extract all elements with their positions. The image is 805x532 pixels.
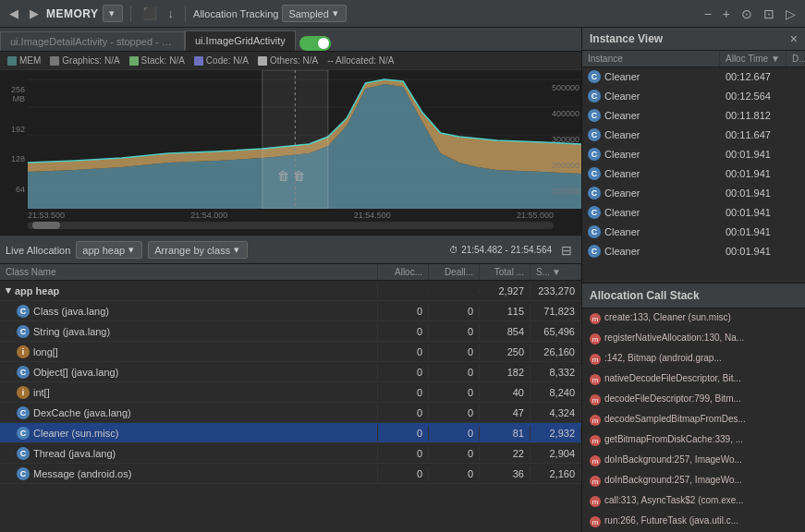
play-button[interactable]: ▷ [782,5,799,23]
instance-td-time: 00:12.647 [720,69,787,84]
call-text: doInBackground:257, ImageWo... [604,454,742,465]
heap-dropdown[interactable]: app heap ▾ [76,241,142,259]
instance-td-time: 00:01.941 [720,244,787,259]
stop-button[interactable]: ⬛ [139,5,161,22]
instance-row[interactable]: C Cleaner 00:11.812 [582,106,805,126]
main-toolbar: ◀ ▶ MEMORY ▾ ⬛ ↓ Allocation Tracking Sam… [0,0,805,28]
legend-others: Others: N/A [258,55,318,66]
callstack-item[interactable]: m getBitmapFromDiskCache:339, ... [582,430,805,451]
table-row[interactable]: i int[] 0 0 40 8,240 [0,382,581,403]
callstack-list: m create:133, Cleaner (sun.misc) m regis… [582,308,805,532]
live-allocation-label: Live Allocation [6,245,70,256]
activity-toggle[interactable] [299,36,331,51]
callstack-item[interactable]: m nativeDecodeFileDescriptor, Bit... [582,369,805,390]
trash-icon-1[interactable]: 🗑 [277,169,289,183]
time-axis: 21:53.500 21:54.000 21:54.500 21:55.000 [0,209,581,220]
table-row[interactable]: C Message (android.os) 0 0 36 2,160 [0,464,581,484]
instance-view-close[interactable]: × [790,31,798,46]
instance-icon: C [588,187,601,200]
instance-icon: C [588,90,601,103]
trash-icon-2[interactable]: 🗑 [293,169,305,183]
left-panel: ui.ImageDetailActivity - stopped - destr… [0,28,582,532]
class-icon-c: C [17,305,30,318]
table-row[interactable]: C DexCache (java.lang) 0 0 47 4,324 [0,403,581,423]
instance-view-title: Instance View [590,32,663,45]
instance-row[interactable]: C Cleaner 00:01.941 [582,164,805,184]
call-text: :142, Bitmap (android.grap... [604,353,722,363]
chart-scrollbar[interactable] [28,222,554,229]
instance-row[interactable]: C Cleaner 00:01.941 [582,242,805,261]
tab-image-detail[interactable]: ui.ImageDetailActivity - stopped - destr… [0,31,185,51]
dump-button[interactable]: ↓ [165,5,178,22]
call-text: create:133, Cleaner (sun.misc) [604,312,731,322]
tab-image-grid[interactable]: ui.ImageGridActivity [185,30,296,51]
chart-scrollbar-thumb[interactable] [32,222,60,229]
callstack-item[interactable]: m doInBackground:257, ImageWo... [582,471,805,491]
td-class-name: C DexCache (java.lang) [0,405,378,421]
plus-button[interactable]: + [719,5,734,23]
td-dealloc: 0 [429,426,480,441]
callstack-item[interactable]: m decodeFileDescriptor:799, Bitm... [582,390,805,410]
instance-row[interactable]: C Cleaner 00:12.647 [582,67,805,87]
instance-body: C Cleaner 00:12.647 C Cleaner 00:12.564 … [582,67,805,261]
call-icon: m [590,516,601,527]
instance-td-d [787,172,805,175]
legend-others-dot [258,56,267,66]
callstack-item[interactable]: m :142, Bitmap (android.grap... [582,349,805,369]
td-size: 233,270 [531,284,581,298]
bottom-panel: Live Allocation app heap ▾ Arrange by cl… [0,236,581,532]
y-labels-right: 500000 400000 300000 200000 100000 [552,70,579,209]
call-text: doInBackground:257, ImageWo... [604,475,742,485]
instance-row[interactable]: C Cleaner 00:01.941 [582,184,805,203]
td-size: 2,904 [531,446,581,461]
th-class-name: Class Name [0,264,378,280]
instance-icon: C [588,225,601,238]
call-icon: m [590,455,601,466]
memory-dropdown-label: ▾ [109,7,115,19]
instance-row[interactable]: C Cleaner 00:01.941 [582,223,805,242]
table-row[interactable]: C Object[] (java.lang) 0 0 182 8,332 [0,362,581,382]
callstack-item[interactable]: m registerNativeAllocation:130, Na... [582,329,805,349]
table-row[interactable]: C Cleaner (sun.misc) 0 0 81 2,932 [0,423,581,443]
table-row[interactable]: C String (java.lang) 0 0 854 65,496 [0,321,581,342]
sampled-dropdown[interactable]: Sampled ▾ [282,5,346,22]
minus-button[interactable]: − [701,5,715,23]
bottom-toolbar: Live Allocation app heap ▾ Arrange by cl… [0,236,581,264]
callstack-item[interactable]: m create:133, Cleaner (sun.misc) [582,308,805,329]
filter-button[interactable]: ⊟ [557,241,576,260]
instance-row[interactable]: C Cleaner 00:11.647 [582,126,805,145]
table-row[interactable]: C Class (java.lang) 0 0 115 71,823 [0,301,581,321]
instance-td-time: 00:01.941 [720,147,787,162]
back-button[interactable]: ◀ [6,5,22,22]
grid-button[interactable]: ⊡ [760,5,778,23]
th-alloc: Alloc... [378,264,429,280]
callstack-item[interactable]: m call:313, AsyncTask$2 (com.exe... [582,491,805,512]
callstack-item[interactable]: m doInBackground:257, ImageWo... [582,451,805,471]
table-row[interactable]: ▾ app heap 2,927 233,270 [0,281,581,301]
callstack-item[interactable]: m decodeSampledBitmapFromDes... [582,410,805,430]
circle-button[interactable]: ⊙ [738,5,756,23]
td-class-name: C Message (android.os) [0,466,378,482]
instance-td-d [787,94,805,98]
activity-tabs: ui.ImageDetailActivity - stopped - destr… [0,28,581,52]
call-icon: m [590,313,601,324]
table-row[interactable]: C Thread (java.lang) 0 0 22 2,904 [0,443,581,464]
instance-row[interactable]: C Cleaner 00:01.941 [582,203,805,223]
instance-td-time: 00:01.941 [720,224,787,239]
instance-row[interactable]: C Cleaner 00:01.941 [582,145,805,164]
memory-dropdown[interactable]: ▾ [103,5,123,22]
table-row[interactable]: i long[] 0 0 250 26,160 [0,342,581,362]
memory-chart: 256 MB 192 128 64 [0,70,581,236]
forward-button[interactable]: ▶ [26,5,43,22]
trash-icons: 🗑 🗑 [277,169,305,183]
instance-row[interactable]: C Cleaner 00:12.564 [582,87,805,106]
callstack-item[interactable]: m run:266, FutureTask (java.util.c... [582,512,805,532]
instance-td-d [787,152,805,156]
td-alloc [378,289,429,293]
instance-td-time: 00:11.812 [720,108,787,123]
call-text: decodeFileDescriptor:799, Bitm... [604,393,741,404]
arrange-dropdown[interactable]: Arrange by class ▾ [148,241,248,259]
allocation-tracking-label: Allocation Tracking [193,8,278,19]
instance-td-name: C Cleaner [582,68,720,85]
instance-td-d [787,114,805,117]
